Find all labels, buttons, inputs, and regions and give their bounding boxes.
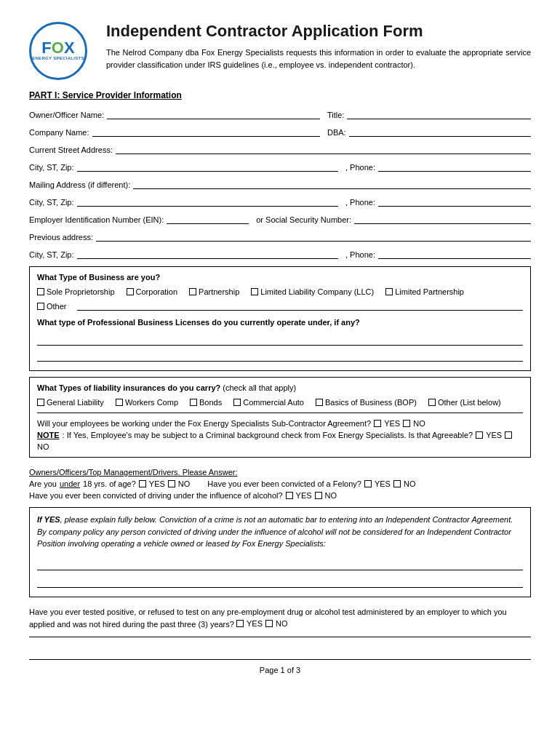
limited-partnership-checkbox[interactable] bbox=[385, 288, 393, 295]
partnership-option[interactable]: Partnership bbox=[189, 287, 239, 296]
prev-city-label: City, ST, Zip: bbox=[29, 250, 74, 259]
ein-input[interactable] bbox=[167, 214, 249, 224]
drug-no-checkbox[interactable] bbox=[265, 620, 273, 627]
felony-yes-checkbox[interactable] bbox=[364, 480, 372, 487]
owners-title-text: Owners/Officers/Top Management/Drivers. … bbox=[29, 468, 238, 477]
street-input-line[interactable] bbox=[116, 144, 531, 154]
limited-partnership-option[interactable]: Limited Partnership bbox=[385, 287, 464, 296]
logo-circle: FOX ENERGY SPECIALISTS bbox=[29, 22, 87, 80]
subcontractor-yes-checkbox[interactable] bbox=[374, 420, 381, 427]
company-dba-row: Company Name: DBA: bbox=[29, 127, 531, 137]
sole-prop-label: Sole Proprietorship bbox=[47, 287, 115, 296]
sole-prop-checkbox[interactable] bbox=[37, 288, 44, 295]
dui-no-label: NO bbox=[325, 491, 337, 500]
commercial-auto-checkbox[interactable] bbox=[233, 399, 241, 406]
page-footer: Page 1 of 3 bbox=[29, 659, 531, 674]
partnership-checkbox[interactable] bbox=[189, 288, 196, 295]
mailing-input-line[interactable] bbox=[133, 179, 531, 189]
header-text: Independent Contractor Application Form … bbox=[106, 22, 531, 71]
page-number: Page 1 of 3 bbox=[260, 666, 300, 674]
general-liability-checkbox[interactable] bbox=[37, 399, 44, 406]
under18-yes-checkbox[interactable] bbox=[139, 480, 146, 487]
note-no-checkbox[interactable] bbox=[505, 431, 512, 439]
dui-yes-checkbox[interactable] bbox=[286, 492, 293, 499]
header-description: The Nelrod Company dba Fox Energy Specia… bbox=[106, 47, 531, 71]
sole-prop-option[interactable]: Sole Proprietorship bbox=[37, 287, 115, 296]
llc-option[interactable]: Limited Liability Company (LLC) bbox=[251, 287, 374, 296]
business-type-options: Sole Proprietorship Corporation Partners… bbox=[37, 287, 523, 296]
workers-comp-option[interactable]: Workers Comp bbox=[116, 398, 178, 407]
corporation-option[interactable]: Corporation bbox=[127, 287, 177, 296]
prev-address-input[interactable] bbox=[96, 231, 531, 242]
dba-input-line[interactable] bbox=[349, 127, 531, 137]
prev-phone-field: , Phone: bbox=[345, 249, 531, 259]
license-line-1[interactable] bbox=[37, 332, 523, 346]
ssn-label: or Social Security Number: bbox=[256, 215, 351, 224]
corporation-checkbox[interactable] bbox=[127, 288, 134, 295]
company-field: Company Name: bbox=[29, 127, 320, 137]
under18-no-checkbox[interactable] bbox=[168, 480, 175, 487]
note-yes-checkbox[interactable] bbox=[476, 431, 483, 439]
phone-input-line[interactable] bbox=[378, 162, 531, 172]
mailing-label: Mailing Address (if different): bbox=[29, 180, 130, 189]
other-checkbox[interactable] bbox=[37, 303, 44, 310]
ifyes-line-2[interactable] bbox=[37, 573, 523, 588]
drug-yes-checkbox[interactable] bbox=[236, 620, 244, 627]
bonds-checkbox[interactable] bbox=[190, 399, 197, 406]
under18-yes-label: YES bbox=[149, 479, 165, 488]
commercial-auto-option[interactable]: Commercial Auto bbox=[233, 398, 304, 407]
business-type-box: What Type of Business are you? Sole Prop… bbox=[29, 266, 531, 371]
under18-pre: Are you bbox=[29, 479, 57, 488]
commercial-auto-label: Commercial Auto bbox=[243, 398, 304, 407]
drug-no-label: NO bbox=[276, 618, 288, 630]
corporation-label: Corporation bbox=[136, 287, 177, 296]
city-label: City, ST, Zip: bbox=[29, 163, 74, 172]
drug-yes-label: YES bbox=[247, 618, 263, 630]
ssn-input[interactable] bbox=[354, 214, 531, 224]
other-insurance-checkbox[interactable] bbox=[428, 399, 436, 406]
city-phone-row: City, ST, Zip: , Phone: bbox=[29, 162, 531, 172]
bonds-label: Bonds bbox=[199, 398, 222, 407]
owner-title-row: Owner/Officer Name: Title: bbox=[29, 109, 531, 119]
mailing-phone-label: , Phone: bbox=[345, 198, 375, 207]
llc-checkbox[interactable] bbox=[251, 288, 258, 295]
mailing-city-input[interactable] bbox=[77, 196, 338, 207]
subcontractor-no-checkbox[interactable] bbox=[403, 420, 410, 427]
dui-no-checkbox[interactable] bbox=[315, 492, 322, 499]
workers-comp-checkbox[interactable] bbox=[116, 399, 123, 406]
title-label: Title: bbox=[327, 111, 344, 119]
mailing-phone-input[interactable] bbox=[378, 196, 531, 207]
prev-address-label: Previous address: bbox=[29, 233, 93, 242]
title-input-line[interactable] bbox=[347, 109, 531, 119]
under18-no-label: NO bbox=[178, 479, 191, 488]
city-input-line[interactable] bbox=[77, 162, 338, 172]
dui-row: Have you ever been convicted of driving … bbox=[29, 491, 531, 500]
note-bold-label: NOTE bbox=[37, 431, 60, 439]
ifyes-answer-lines bbox=[37, 556, 523, 588]
insurance-title-text: What Types of liability insurances do yo… bbox=[37, 383, 220, 392]
bop-checkbox[interactable] bbox=[316, 399, 323, 406]
subcontractor-question: Will your employees be working under the… bbox=[37, 419, 371, 428]
prev-city-phone-row: City, ST, Zip: , Phone: bbox=[29, 249, 531, 259]
header: FOX ENERGY SPECIALISTS Independent Contr… bbox=[29, 22, 531, 80]
general-liability-option[interactable]: General Liability bbox=[37, 398, 104, 407]
ein-field: Employer Identification Number (EIN): bbox=[29, 214, 249, 224]
owner-input-line[interactable] bbox=[107, 109, 320, 119]
workers-comp-label: Workers Comp bbox=[125, 398, 178, 407]
title-field: Title: bbox=[327, 109, 531, 119]
bop-option[interactable]: Basics of Business (BOP) bbox=[316, 398, 417, 407]
other-option[interactable]: Other bbox=[37, 302, 67, 311]
ifyes-line-1[interactable] bbox=[37, 556, 523, 570]
prev-phone-input[interactable] bbox=[378, 249, 531, 259]
logo-container: FOX ENERGY SPECIALISTS bbox=[29, 22, 95, 80]
subcontractor-row: Will your employees be working under the… bbox=[37, 419, 523, 428]
felony-no-checkbox[interactable] bbox=[393, 480, 401, 487]
bonds-option[interactable]: Bonds bbox=[190, 398, 222, 407]
other-insurance-option[interactable]: Other (List below) bbox=[428, 398, 501, 407]
subcontractor-yes-label: YES bbox=[384, 419, 400, 428]
felony-question: Have you ever been convicted of a Felony… bbox=[207, 479, 361, 488]
prev-city-input[interactable] bbox=[77, 249, 338, 259]
license-line-2[interactable] bbox=[37, 348, 523, 362]
other-input[interactable] bbox=[77, 300, 523, 311]
company-input-line[interactable] bbox=[92, 127, 320, 137]
